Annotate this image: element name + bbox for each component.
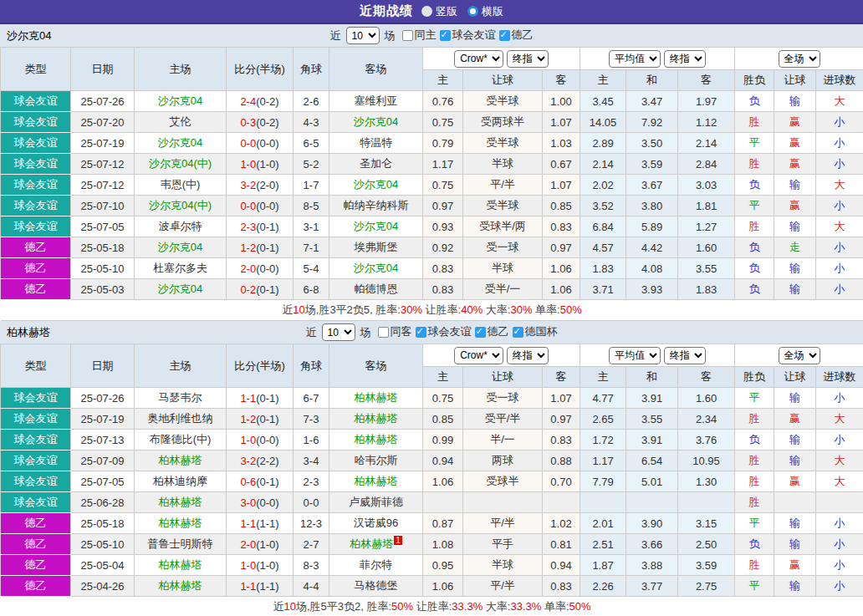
checkbox-checked-icon[interactable] [499, 30, 510, 41]
match-row: 球会友谊25-07-19奥地利维也纳1-2(0-1)7-3柏林赫塔0.85受平/… [1, 409, 863, 430]
filter-check-item[interactable]: 同主 [402, 28, 437, 43]
crow-home-odds: 0.75 [423, 388, 463, 409]
home-team-name: 沙尔克04 [158, 94, 202, 107]
subcol-avg-draw: 和 [626, 70, 678, 91]
avg-away-odds: 1.81 [678, 196, 735, 216]
col-score: 比分(半场) [227, 344, 294, 388]
recent-results-table: 类型 日期 主场 比分(半场) 角球 客场 Crow* 终指 平均值 终指 全场 [0, 344, 863, 616]
fulltime-score: 3-2 [240, 455, 256, 467]
avg-draw-odds: 5.01 [626, 471, 678, 492]
corner-score: 12-3 [294, 513, 329, 534]
radio-vertical-layout[interactable]: 竖版 [421, 4, 457, 19]
score-cell: 1-0(0-0) [227, 430, 294, 451]
match-date: 25-07-05 [71, 471, 135, 492]
avg-away-odds: 2.50 [678, 534, 735, 555]
filter-checkbox-group: 同主球会友谊德乙 [399, 28, 534, 43]
away-team-name: 帕德博恩 [355, 283, 398, 295]
checkbox-unchecked-icon[interactable] [378, 327, 389, 338]
handicap-result-cell: 输 [774, 513, 816, 534]
home-team-name: 沙尔克04 [158, 136, 202, 149]
avg-stage-select[interactable]: 终指 [664, 50, 706, 68]
scope-select[interactable]: 全场 [779, 50, 820, 68]
match-type-badge: 球会友谊 [1, 196, 71, 216]
match-date: 25-07-26 [71, 91, 135, 112]
home-team-name: 沙尔克04 [158, 241, 202, 253]
score-cell: 1-2(0-1) [227, 409, 294, 430]
radio-horizontal-layout[interactable]: 横版 [467, 4, 503, 19]
away-team-cell: 柏林赫塔 [329, 471, 423, 492]
crow-away-odds: 1.00 [543, 91, 580, 112]
title-bar: 近期战绩 竖版 横版 [0, 0, 863, 24]
avg-odds-group: 平均值 终指 [580, 344, 735, 367]
radio-icon[interactable] [421, 6, 432, 17]
avg-draw-odds: 4.42 [626, 237, 678, 258]
result-cell: 胜 [735, 409, 774, 430]
goals-result-cell: 小 [816, 237, 863, 258]
filter-check-item[interactable]: 同客 [378, 324, 412, 339]
odds-stage-select[interactable]: 终指 [507, 50, 549, 68]
avg-draw-odds: 3.66 [626, 534, 678, 555]
filter-check-item[interactable]: 德乙 [499, 28, 534, 43]
avg-source-select[interactable]: 平均值 [609, 347, 661, 364]
match-type-badge: 德乙 [1, 555, 71, 576]
odds-stage-select[interactable]: 终指 [507, 347, 549, 364]
corner-score: 8-5 [294, 196, 329, 216]
crow-home-odds: 1.06 [423, 576, 463, 597]
away-team-cell: 马格德堡 [329, 576, 423, 597]
filter-check-item[interactable]: 德国杯 [513, 324, 558, 339]
fulltime-score: 1-1 [240, 580, 256, 593]
radio-icon[interactable] [467, 6, 478, 17]
subcol-crow-home: 主 [423, 367, 463, 388]
match-type-badge: 球会友谊 [1, 154, 71, 175]
summary-text: 场,胜3平2负5, [305, 303, 376, 316]
fulltime-score: 1-2 [240, 413, 256, 425]
avg-draw-odds: 3.90 [626, 513, 678, 534]
goals-result-cell: 大 [816, 216, 863, 237]
avg-source-select[interactable]: 平均值 [609, 50, 661, 68]
filter-check-item[interactable]: 球会友谊 [440, 28, 496, 43]
avg-home-odds: 2.51 [580, 534, 626, 555]
home-team-cell: 柏林赫塔 [135, 555, 227, 576]
filter-check-item[interactable]: 德乙 [475, 324, 509, 339]
filter-check-item[interactable]: 球会友谊 [416, 324, 472, 339]
home-team-cell: 柏林赫塔 [135, 451, 227, 471]
checkbox-checked-icon[interactable] [513, 327, 523, 338]
match-row: 德乙25-04-26柏林赫塔1-1(1-1)4-4马格德堡1.06平/半0.83… [1, 576, 863, 597]
away-team-name: 柏林赫塔 [355, 475, 398, 487]
halftime-score: (0-1) [256, 221, 278, 233]
home-team-cell: 杜塞尔多夫 [135, 258, 227, 279]
checkbox-checked-icon[interactable] [475, 327, 486, 338]
match-count-select[interactable]: 10 [346, 27, 380, 44]
handicap-result-cell: 输 [774, 216, 816, 237]
match-filters: 近 10 场 同主球会友谊德乙 [330, 27, 534, 44]
goals-result-cell: 小 [816, 258, 863, 279]
checkbox-unchecked-icon[interactable] [402, 30, 413, 41]
avg-stage-select[interactable]: 终指 [664, 347, 706, 364]
corner-score: 1-7 [294, 175, 329, 196]
subcol-handicap: 让球 [463, 367, 543, 388]
handicap-line: 半球 [463, 258, 543, 279]
col-home: 主场 [135, 344, 227, 388]
odds-source-select[interactable]: Crow* [454, 347, 503, 364]
handicap-line: 平手 [463, 534, 543, 555]
handicap-line: 受半/一 [463, 279, 543, 300]
subcol-avg-away: 客 [678, 70, 735, 91]
avg-away-odds: 3.55 [678, 258, 735, 279]
summary-stat-value: 40% [461, 303, 483, 316]
filter-checkbox-label: 德乙 [512, 28, 534, 43]
summary-text: 10 [293, 303, 304, 316]
checkbox-checked-icon[interactable] [440, 30, 451, 41]
fulltime-score: 0-0 [240, 137, 256, 150]
match-date: 25-07-12 [71, 154, 135, 175]
corner-score: 2-6 [294, 91, 329, 112]
crow-home-odds: 0.87 [423, 513, 463, 534]
odds-source-select[interactable]: Crow* [454, 50, 503, 68]
avg-draw-odds [626, 492, 678, 513]
goals-result-cell: 大 [816, 91, 863, 112]
subcol-result: 胜负 [735, 367, 774, 388]
match-count-select[interactable]: 10 [322, 323, 355, 341]
match-type-badge: 球会友谊 [1, 175, 71, 196]
scope-select[interactable]: 全场 [779, 347, 820, 364]
handicap-result-cell: 输 [774, 534, 816, 555]
checkbox-checked-icon[interactable] [416, 327, 426, 338]
